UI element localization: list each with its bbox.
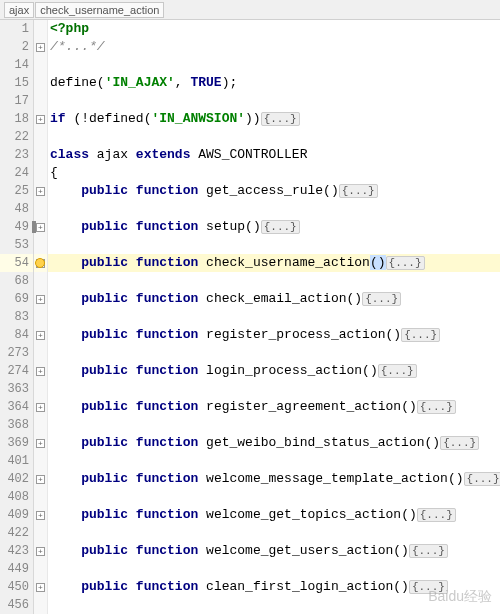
line-number: 22 (0, 128, 33, 146)
line-number: 450 (0, 578, 33, 596)
line-number: 273 (0, 344, 33, 362)
code-line[interactable]: public function get_weibo_bind_status_ac… (48, 434, 500, 452)
code-area[interactable]: <?php /*...*/ define('IN_AJAX', TRUE); i… (48, 20, 500, 614)
code-line[interactable]: /*...*/ (48, 38, 500, 56)
fold-toggle-icon[interactable]: + (36, 475, 45, 484)
code-line[interactable] (48, 308, 500, 326)
breadcrumb: ajax check_username_action (0, 0, 500, 20)
code-line-active[interactable]: public function check_username_action(){… (48, 254, 500, 272)
code-line[interactable] (48, 56, 500, 74)
code-line[interactable] (48, 272, 500, 290)
code-line[interactable]: public function register_process_action(… (48, 326, 500, 344)
line-number: 423 (0, 542, 33, 560)
code-line[interactable] (48, 524, 500, 542)
code-line[interactable] (48, 128, 500, 146)
code-editor[interactable]: 1 2 14 15 17 18 22 23 24 25 48 49 53 54 … (0, 20, 500, 614)
line-number: 68 (0, 272, 33, 290)
lightbulb-icon[interactable] (35, 258, 45, 268)
code-line[interactable] (48, 560, 500, 578)
line-number: 49 (0, 218, 33, 236)
line-number: 48 (0, 200, 33, 218)
code-line[interactable] (48, 488, 500, 506)
line-number-gutter: 1 2 14 15 17 18 22 23 24 25 48 49 53 54 … (0, 20, 34, 614)
line-number: 1 (0, 20, 33, 38)
line-number: 408 (0, 488, 33, 506)
line-number: 402 (0, 470, 33, 488)
breadcrumb-method[interactable]: check_username_action (35, 2, 164, 18)
fold-toggle-icon[interactable]: + (36, 115, 45, 124)
fold-toggle-icon[interactable]: + (36, 43, 45, 52)
line-number: 456 (0, 596, 33, 614)
fold-gutter: + + + + + + + + + + + + + + + (34, 20, 48, 614)
line-number: 409 (0, 506, 33, 524)
code-line[interactable] (48, 380, 500, 398)
code-line[interactable]: public function setup(){...} (48, 218, 500, 236)
code-line[interactable]: class ajax extends AWS_CONTROLLER (48, 146, 500, 164)
line-number: 14 (0, 56, 33, 74)
line-number: 369 (0, 434, 33, 452)
bookmark-icon[interactable] (32, 221, 36, 233)
line-number: 364 (0, 398, 33, 416)
line-number: 25 (0, 182, 33, 200)
line-number: 83 (0, 308, 33, 326)
line-number: 84 (0, 326, 33, 344)
line-number: 24 (0, 164, 33, 182)
fold-toggle-icon[interactable]: + (36, 223, 45, 232)
fold-toggle-icon[interactable]: + (36, 331, 45, 340)
code-line[interactable] (48, 452, 500, 470)
fold-toggle-icon[interactable]: + (36, 367, 45, 376)
code-line[interactable]: public function login_process_action(){.… (48, 362, 500, 380)
code-line[interactable]: public function register_agreement_actio… (48, 398, 500, 416)
line-number: 449 (0, 560, 33, 578)
fold-toggle-icon[interactable]: + (36, 511, 45, 520)
line-number: 368 (0, 416, 33, 434)
fold-toggle-icon[interactable]: + (36, 439, 45, 448)
fold-toggle-icon[interactable]: + (36, 547, 45, 556)
code-line[interactable]: public function get_access_rule(){...} (48, 182, 500, 200)
code-line[interactable]: public function welcome_message_template… (48, 470, 500, 488)
line-number: 18 (0, 110, 33, 128)
fold-toggle-icon[interactable]: + (36, 295, 45, 304)
line-number: 274 (0, 362, 33, 380)
line-number: 23 (0, 146, 33, 164)
code-line[interactable]: define('IN_AJAX', TRUE); (48, 74, 500, 92)
fold-toggle-icon[interactable]: + (36, 583, 45, 592)
code-line[interactable] (48, 236, 500, 254)
code-line[interactable] (48, 344, 500, 362)
line-number: 363 (0, 380, 33, 398)
code-line[interactable] (48, 416, 500, 434)
code-line[interactable]: public function check_email_action(){...… (48, 290, 500, 308)
line-number: 15 (0, 74, 33, 92)
code-line[interactable]: public function welcome_get_users_action… (48, 542, 500, 560)
breadcrumb-class[interactable]: ajax (4, 2, 34, 18)
fold-toggle-icon[interactable]: + (36, 187, 45, 196)
line-number: 54 (0, 254, 33, 272)
line-number: 69 (0, 290, 33, 308)
line-number: 422 (0, 524, 33, 542)
line-number: 2 (0, 38, 33, 56)
code-line[interactable]: public function welcome_get_topics_actio… (48, 506, 500, 524)
line-number: 17 (0, 92, 33, 110)
code-line[interactable]: { (48, 164, 500, 182)
line-number: 401 (0, 452, 33, 470)
code-line[interactable] (48, 200, 500, 218)
code-line[interactable]: public function clean_first_login_action… (48, 578, 500, 596)
code-line[interactable] (48, 596, 500, 614)
fold-toggle-icon[interactable]: + (36, 403, 45, 412)
line-number: 53 (0, 236, 33, 254)
code-line[interactable] (48, 92, 500, 110)
code-line[interactable]: if (!defined('IN_ANWSION')){...} (48, 110, 500, 128)
code-line[interactable]: <?php (48, 20, 500, 38)
